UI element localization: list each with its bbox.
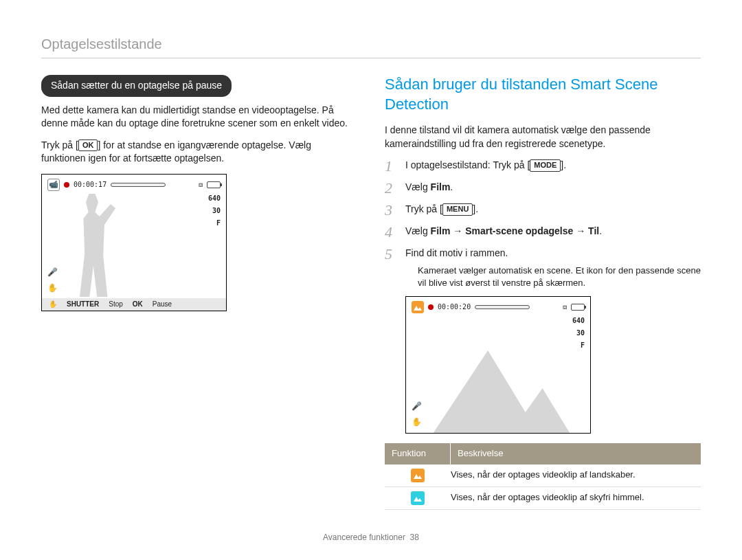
fps-label: 30 [212,206,221,216]
video-mode-icon: 📹 [47,179,60,191]
svg-marker-0 [414,306,422,311]
mic-icon: 🎤 [47,267,58,278]
table-row: Vises, når der optages videoklip af land… [385,464,701,487]
row-description: Vises, når der optages videoklip af skyf… [451,491,701,504]
table-header: Funktion Beskrivelse [385,443,701,464]
focus-label: F [216,219,221,228]
resolution-label: 640 [572,316,585,326]
table-row: Vises, når der optages videoklip af skyf… [385,487,701,510]
footer-section: Avancerede funktioner [323,533,405,542]
battery-icon [207,181,221,188]
card-icon: ⧈ [199,180,203,190]
step-item: 2 Vælg Film. [385,181,701,196]
step-number: 4 [385,225,396,240]
body-paragraph: Tryk på [OK] for at standse en igangvære… [41,139,357,166]
bold-text: Film → Smart-scene opdagelse → Til [431,225,600,236]
text-fragment: . [599,225,602,236]
text-fragment: Tryk på [ [405,203,442,214]
text-fragment: ]. [561,159,566,170]
text-fragment: . [450,181,453,192]
step-item: 5 Find dit motiv i rammen. Kameraet vælg… [385,247,701,434]
rec-time: 00:00:20 [438,302,471,312]
progress-bar [111,183,166,187]
step-number: 5 [385,247,396,262]
antishake-icon: ✋ [49,300,57,309]
svg-marker-2 [414,474,422,479]
resolution-label: 640 [208,194,221,203]
rec-time: 00:00:17 [74,180,106,190]
left-column: Sådan sætter du en optagelse på pause Me… [41,75,357,510]
body-paragraph: Med dette kamera kan du midlertidigt sta… [41,104,357,131]
rec-dot-icon [64,182,69,188]
text-fragment: I optagelsestilstand: Tryk på [ [405,159,530,170]
step-number: 3 [385,203,396,218]
svg-marker-3 [414,497,422,502]
ok-icon: OK [78,139,98,151]
breadcrumb: Optagelsestilstande [41,34,701,54]
mountain-silhouette [406,337,590,433]
step-item: 4 Vælg Film → Smart-scene opdagelse → Ti… [385,225,701,240]
text-fragment: ]. [473,203,478,214]
progress-bar [475,305,530,309]
svg-marker-1 [406,350,590,433]
camera-lcd-preview: 📹 00:00:17 ⧈ 640 30 F 🎤 ✋ ✋ SHUTTER [41,174,227,311]
row-description: Vises, når der optages videoklip af land… [451,469,701,481]
shutter-label: SHUTTER [67,300,99,309]
rec-dot-icon [428,304,434,310]
right-column: Sådan bruger du tilstanden Smart Scene D… [385,75,701,510]
divider [41,58,701,58]
section-pill: Sådan sætter du en optagelse på pause [41,75,232,97]
step-number: 2 [385,181,396,196]
step-item: 1 I optagelsestilstand: Tryk på [MODE]. [385,159,701,174]
scene-table: Funktion Beskrivelse Vises, når der opta… [385,443,701,509]
landscape-scene-icon [411,469,425,482]
column-header-funktion: Funktion [385,443,451,464]
text-fragment: Find dit motiv i rammen. [405,247,508,258]
card-icon: ⧈ [563,302,567,312]
step-item: 3 Tryk på [MENU]. [385,203,701,218]
column-header-beskrivelse: Beskrivelse [451,443,701,464]
camera-lcd-preview: 00:00:20 ⧈ 640 30 F 🎤 [405,296,591,434]
sky-scene-icon [411,491,425,505]
steps-list: 1 I optagelsestilstand: Tryk på [MODE]. … [385,159,701,434]
text-fragment: Vælg [405,225,431,236]
subject-silhouette [61,194,123,297]
body-paragraph: I denne tilstand vil dit kamera automati… [385,124,701,150]
text-fragment: Vælg [405,181,431,192]
ok-action: Pause [153,300,172,309]
bold-text: Film [431,181,451,192]
antishake-icon: ✋ [47,282,58,294]
step-number: 1 [385,159,396,174]
section-title: Sådan bruger du tilstanden Smart Scene D… [385,75,701,114]
battery-icon [571,304,585,311]
footer-page-number: 38 [410,533,419,542]
landscape-scene-icon [412,301,424,313]
page-footer: Avancerede funktioner 38 [0,532,742,544]
text-fragment: Tryk på [ [41,139,78,150]
mode-icon: MODE [530,159,561,171]
shutter-action: Stop [109,300,123,309]
menu-icon: MENU [442,203,473,215]
ok-label: OK [133,300,143,309]
substep-text: Kameraet vælger automatisk en scene. Et … [418,265,701,289]
